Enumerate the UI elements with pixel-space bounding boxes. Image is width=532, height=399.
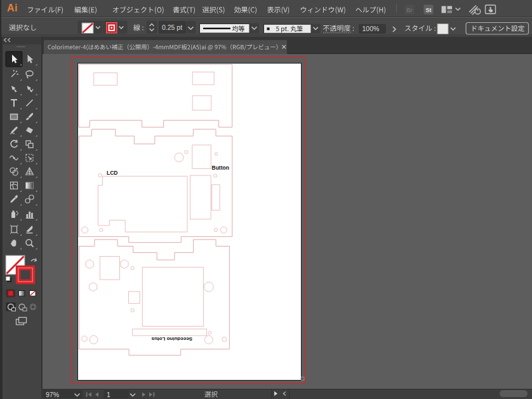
svg-text:Br: Br xyxy=(407,7,413,13)
svg-text:St: St xyxy=(426,7,432,13)
